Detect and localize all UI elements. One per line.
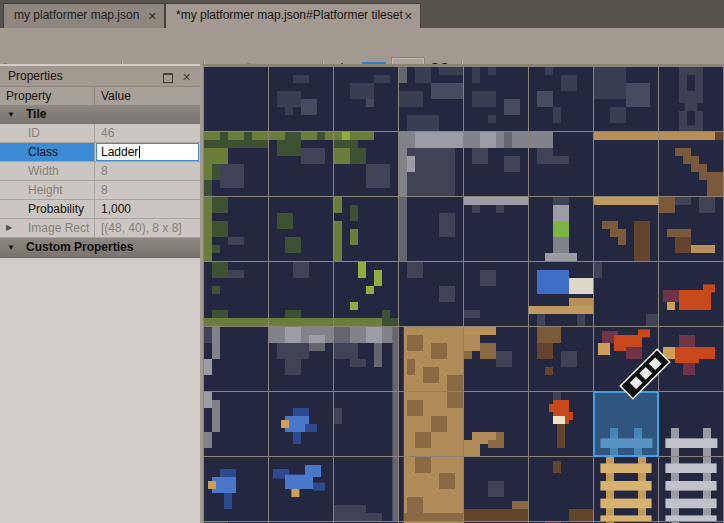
close-panel-button[interactable]: ✕: [180, 71, 193, 84]
property-name: ID: [0, 124, 95, 142]
section-label: Custom Properties: [26, 238, 133, 257]
panel-title: Properties: [8, 69, 63, 83]
main-toolbar: ↶ ↷ ⚙ ⚙ ▾ + −: [0, 28, 724, 64]
property-name: Probability: [0, 200, 95, 218]
tab-map-document[interactable]: my platformer map.json ✕: [3, 3, 165, 28]
tiled-window: my platformer map.json ✕ *my platformer …: [0, 0, 724, 523]
tileset-pane: [203, 64, 724, 523]
close-icon[interactable]: ✕: [148, 4, 157, 28]
property-row-class[interactable]: Class Ladder: [0, 143, 200, 162]
class-value-input[interactable]: Ladder: [96, 143, 199, 161]
tileset-view[interactable]: [203, 64, 724, 523]
column-header-property[interactable]: Property: [0, 87, 95, 105]
properties-column-header: Property Value: [0, 87, 200, 106]
property-row-width[interactable]: Width 8: [0, 162, 200, 181]
tab-tileset-document[interactable]: *my platformer map.json#Platformer tiles…: [165, 3, 421, 28]
properties-panel: Properties ✕ Property Value ▼ Tile ID 46…: [0, 64, 200, 523]
section-tile[interactable]: ▼ Tile: [0, 105, 200, 125]
close-icon[interactable]: ✕: [404, 4, 413, 28]
text-caret: [139, 146, 140, 158]
tile-0x0[interactable]: [204, 67, 268, 131]
tab-label: my platformer map.json: [14, 8, 139, 22]
property-name: Height: [0, 181, 95, 199]
tile-2x5[interactable]: [334, 392, 398, 456]
property-value: 46: [95, 124, 200, 142]
property-value: 8: [95, 162, 200, 180]
section-label: Tile: [26, 105, 46, 124]
document-tabbar: my platformer map.json ✕ *my platformer …: [0, 0, 724, 28]
property-value: [(48, 40), 8 x 8]: [95, 219, 200, 237]
property-name: Class: [0, 143, 95, 161]
tile-2x2[interactable]: [334, 197, 398, 261]
property-row-id[interactable]: ID 46: [0, 124, 200, 143]
tab-label: *my platformer map.json#Platformer tiles…: [176, 8, 403, 22]
section-custom-properties[interactable]: ▼ Custom Properties: [0, 238, 200, 258]
properties-panel-titlebar[interactable]: Properties ✕: [0, 66, 200, 87]
property-row-probability[interactable]: Probability 1,000: [0, 200, 200, 219]
chevron-down-icon: ▼: [7, 238, 15, 257]
selected-tile-highlight: [594, 392, 658, 456]
float-panel-button[interactable]: [161, 71, 174, 84]
tile-6x1[interactable]: [594, 132, 658, 196]
input-text: Ladder: [101, 145, 138, 159]
property-name: Image Rect: [0, 219, 95, 237]
column-header-value[interactable]: Value: [95, 87, 200, 105]
float-icon: [163, 73, 173, 83]
property-row-height[interactable]: Height 8: [0, 181, 200, 200]
property-name: Width: [0, 162, 95, 180]
chevron-down-icon: ▼: [7, 105, 15, 124]
property-row-image-rect[interactable]: ▶ Image Rect [(48, 40), 8 x 8]: [0, 219, 200, 238]
property-value: 1,000: [95, 200, 200, 218]
property-value: 8: [95, 181, 200, 199]
